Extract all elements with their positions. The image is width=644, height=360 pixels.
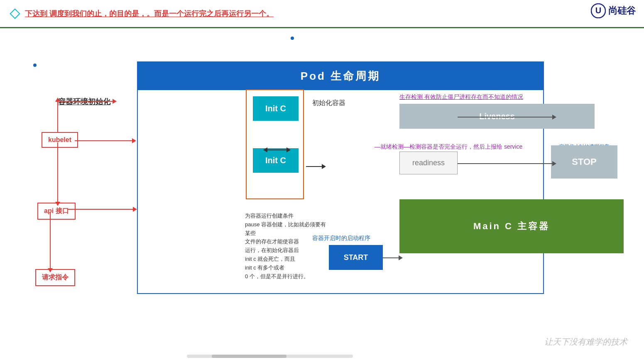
readiness-box: readiness: [399, 152, 458, 174]
top-title: 下达到 调度到我们的止，的目的是，。而是一个运行完之后再运行另一个。: [25, 9, 274, 19]
readiness-desc: —就绪检测—检测容器是否完全运行，然后上报给 service: [375, 143, 522, 151]
init-c-box-2: Init C: [253, 148, 299, 173]
top-bar: 下达到 调度到我们的止，的目的是，。而是一个运行完之后再运行另一个。 U 尚硅谷: [0, 0, 644, 28]
readiness-label: readiness: [412, 159, 445, 167]
pod-header: Pod 生命周期: [138, 62, 543, 90]
dot-1: [291, 37, 294, 40]
stop-box: STOP: [551, 145, 617, 179]
arrow-vert-1: [57, 142, 58, 203]
main-content: 容器环境初始化 kubelet api 接口 请求指令: [0, 28, 644, 360]
watermark: 让天下没有难学的技术: [544, 336, 627, 348]
diagram-container: 容器环境初始化 kubelet api 接口 请求指令: [33, 53, 565, 336]
arrow-init-bi: [267, 149, 287, 150]
start-label-text: START: [344, 253, 368, 262]
arrow-kubelet-right: [57, 101, 113, 102]
main-c-box: Main C 主容器: [399, 199, 624, 253]
svg-rect-0: [10, 9, 20, 18]
cmd-box: 请求指令: [35, 269, 75, 286]
logo-text: 尚硅谷: [608, 5, 636, 17]
init-c-box-1: Init C: [253, 96, 299, 121]
scrollbar-track[interactable]: [187, 355, 353, 358]
top-logo: U 尚硅谷: [591, 3, 636, 18]
arrow-h-api: [67, 209, 134, 210]
arrow-vert-2: [50, 213, 51, 269]
scrollbar-thumb[interactable]: [212, 355, 286, 358]
top-title-area: 下达到 调度到我们的止，的目的是，。而是一个运行完之后再运行另一个。: [8, 7, 274, 20]
arrow-liveness-right: [458, 117, 553, 118]
arrow-readiness-right: [458, 163, 553, 164]
start-box: START: [329, 245, 383, 270]
container-init-label: 容器环境初始化: [58, 97, 110, 107]
stop-label: STOP: [572, 157, 597, 167]
init-label: 初始化容器: [312, 99, 345, 108]
main-c-label: Main C 主容器: [473, 220, 550, 233]
pod-lifecycle-box: Pod 生命周期 Init C Init C 初始化容器 生存检测 有效防止僵尸…: [137, 61, 544, 294]
liveness-label: Liveness: [479, 112, 515, 121]
cmd-label: 请求指令: [42, 274, 69, 281]
kubelet-label: kubelet: [48, 136, 71, 143]
svg-text:U: U: [595, 6, 601, 15]
desc-content: 为容器运行创建条件pause 容器创建，比如就必须要有某些文件的存在才能使容器运…: [245, 213, 326, 279]
arrow-init-right: [306, 166, 323, 167]
desc-text: 为容器运行创建条件pause 容器创建，比如就必须要有某些文件的存在才能使容器运…: [245, 212, 328, 281]
arrow-kubelet-up: [57, 101, 58, 132]
liveness-desc: 生存检测 有效防止僵尸进程存在而不知道的情况: [399, 93, 523, 101]
diamond-icon: [8, 7, 22, 20]
init-c-area: Init C Init C: [246, 89, 304, 199]
arrow-start-right: [383, 257, 399, 258]
api-label: api 接口: [44, 207, 69, 214]
kubelet-box: kubelet: [42, 132, 78, 148]
logo-u-icon: U: [591, 3, 606, 18]
arrow-h-kubelet-init: [75, 140, 133, 141]
liveness-box: Liveness: [399, 104, 595, 129]
